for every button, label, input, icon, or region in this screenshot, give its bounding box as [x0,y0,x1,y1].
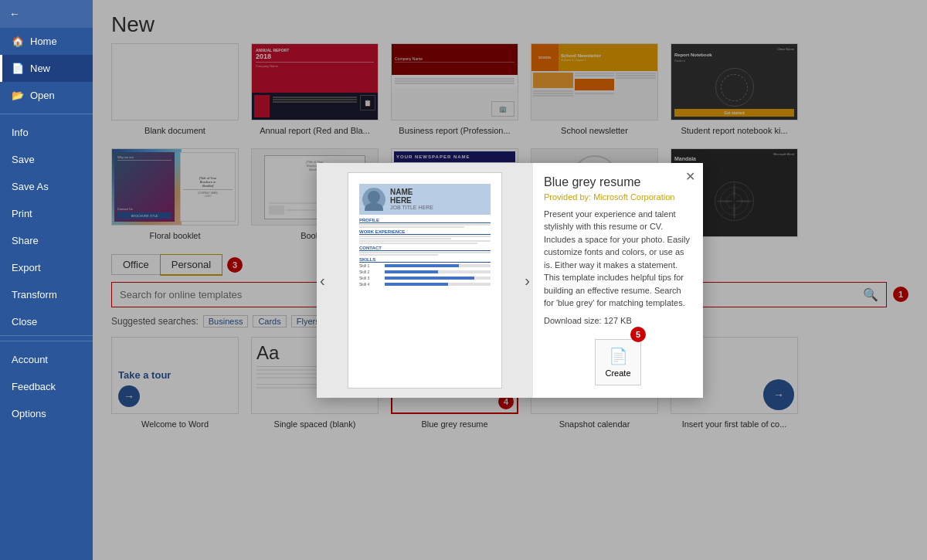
sidebar-divider-bottom [0,341,93,341]
modal-resume-name: NAMEHERE [390,188,433,205]
modal-preview-panel: ‹ NAMEHERE [317,163,533,398]
modal-provider: Provided by: Microsoft Corporation [544,192,692,202]
modal-nav-right[interactable]: › [525,271,530,289]
sidebar-bottom: Account Feedback Options [0,335,93,560]
svg-point-5 [368,191,380,203]
sidebar-item-share[interactable]: Share [0,227,93,254]
sidebar: ← 🏠 Home 📄 New 📂 Open Info Save Save As … [0,0,93,560]
sidebar-nav: 🏠 Home 📄 New 📂 Open Info Save Save As Pr… [0,28,93,335]
open-icon: 📂 [12,90,24,101]
sidebar-share-label: Share [12,235,39,246]
sidebar-item-new[interactable]: 📄 New [0,55,93,82]
modal-resume-section-1: PROFILE [359,218,491,228]
home-icon: 🏠 [12,36,24,47]
sidebar-item-feedback[interactable]: Feedback [0,373,93,400]
sidebar-item-info[interactable]: Info [0,119,93,146]
sidebar-divider-top [0,114,93,114]
back-icon: ← [9,8,20,20]
sidebar-options-label: Options [12,408,46,419]
back-button[interactable]: ← [0,0,93,28]
sidebar-item-close[interactable]: Close [0,308,93,335]
create-label: Create [605,368,630,378]
sidebar-item-export[interactable]: Export [0,254,93,281]
sidebar-item-save-as[interactable]: Save As [0,173,93,200]
sidebar-save-label: Save [12,154,35,165]
modal-resume-section-skills: SKILLS Skill 1 Skill 2 [359,257,491,287]
modal-title: Blue grey resume [544,175,692,189]
sidebar-account-label: Account [12,354,48,365]
sidebar-home-label: Home [30,36,57,47]
modal-nav-left[interactable]: ‹ [320,271,325,289]
sidebar-feedback-label: Feedback [12,381,56,392]
sidebar-item-save[interactable]: Save [0,146,93,173]
new-icon: 📄 [12,63,24,74]
modal-resume-section-2: WORK EXPERIENCE [359,229,491,244]
modal-provider-link[interactable]: Microsoft Corporation [593,192,674,202]
create-icon: 📄 [609,347,628,365]
sidebar-print-label: Print [12,208,32,219]
sidebar-export-label: Export [12,262,41,273]
sidebar-new-label: New [30,63,50,74]
sidebar-item-home[interactable]: 🏠 Home [0,28,93,55]
modal-description: Present your experience and talent styli… [544,208,692,310]
modal-resume-job: JOB TITLE HERE [390,205,433,210]
sidebar-info-label: Info [12,127,29,138]
modal-resume-section-3: CONTACT [359,246,491,256]
sidebar-save-as-label: Save As [12,181,49,192]
modal-preview-image: NAMEHERE JOB TITLE HERE PROFILE [348,172,502,389]
modal-close-button[interactable]: ✕ [685,169,695,184]
sidebar-item-account[interactable]: Account [0,346,93,373]
sidebar-item-print[interactable]: Print [0,200,93,227]
modal-info-panel: Blue grey resume Provided by: Microsoft … [533,163,703,398]
modal-overlay[interactable]: ✕ ‹ [93,0,927,560]
modal-resume-avatar [362,188,385,211]
svg-point-6 [365,202,383,211]
sidebar-item-transform[interactable]: Transform [0,281,93,308]
modal-create-button[interactable]: 📄 Create [595,339,641,385]
modal-download-info: Download size: 127 KB [544,316,692,325]
sidebar-close-label: Close [12,316,37,328]
sidebar-item-options[interactable]: Options [0,400,93,427]
modal-body: ‹ NAMEHERE [317,163,703,398]
main-content: New Blank document ANNUAL REPORT 2018 [93,0,927,560]
sidebar-item-open[interactable]: 📂 Open [0,82,93,109]
sidebar-open-label: Open [30,90,55,101]
modal-dialog: ✕ ‹ [317,163,703,398]
badge-5: 5 [630,327,646,342]
modal-resume-title-area: NAMEHERE JOB TITLE HERE [390,188,433,210]
sidebar-transform-label: Transform [12,289,57,300]
modal-resume-body: PROFILE WORK EXPERIENCE [359,218,491,377]
